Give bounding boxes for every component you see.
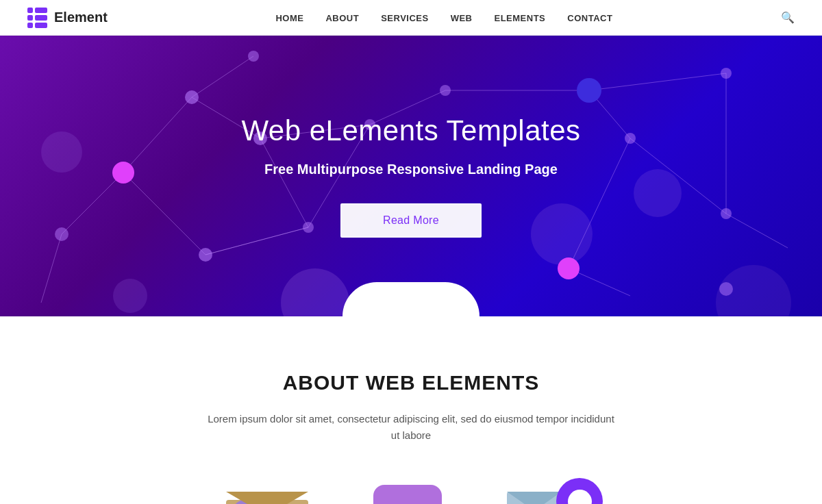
search-envelope-wrap [507, 478, 603, 504]
nav-web[interactable]: WEB [451, 13, 473, 23]
svg-point-38 [558, 257, 580, 279]
search-envelope-item [507, 478, 603, 504]
svg-point-27 [199, 248, 212, 262]
svg-point-20 [281, 268, 349, 316]
svg-point-37 [721, 208, 732, 219]
nav-links: HOME ABOUT SERVICES WEB ELEMENTS CONTACT [275, 12, 612, 24]
magnifier-circle-outer [556, 478, 603, 504]
hero-title: Web eLements Templates [241, 114, 580, 147]
svg-line-17 [569, 268, 630, 296]
hero-content: Web eLements Templates Free Multipurpose… [227, 114, 594, 238]
small-envelope-flap [507, 492, 562, 504]
nav-home[interactable]: HOME [275, 13, 303, 23]
chat-icon-wrap [370, 478, 452, 504]
svg-line-13 [630, 138, 726, 214]
svg-point-40 [248, 51, 259, 62]
svg-line-6 [192, 56, 253, 97]
svg-point-34 [577, 78, 601, 103]
svg-line-3 [41, 234, 62, 303]
svg-line-12 [589, 73, 726, 90]
svg-point-24 [41, 131, 82, 173]
read-more-button[interactable]: Read More [340, 203, 482, 238]
about-description: Lorem ipsum dolor sit amet, consectetur … [206, 411, 616, 444]
svg-line-4 [123, 97, 192, 173]
hero-section: Web eLements Templates Free Multipurpose… [0, 36, 822, 316]
svg-point-25 [113, 279, 147, 313]
svg-point-23 [634, 169, 682, 217]
svg-line-0 [123, 173, 206, 255]
envelope-flap [226, 492, 308, 504]
svg-point-33 [440, 85, 451, 96]
about-section: ABOUT WEB ELEMENTS Lorem ipsum dolor sit… [0, 316, 822, 504]
logo-icon [27, 8, 47, 28]
nav-about[interactable]: ABOUT [325, 13, 359, 23]
nav-services[interactable]: SERVICES [381, 13, 429, 23]
hero-bottom-panel [342, 282, 480, 316]
chat-bubble [373, 485, 442, 504]
chat-icon-item [370, 478, 452, 504]
mail-icon-item [219, 478, 315, 504]
mail-icon-wrap [219, 478, 315, 504]
svg-point-36 [721, 68, 732, 79]
svg-line-15 [726, 214, 788, 248]
nav-contact[interactable]: CONTACT [567, 13, 612, 23]
svg-point-22 [716, 265, 791, 316]
search-icon[interactable]: 🔍 [781, 11, 795, 24]
nav-elements[interactable]: ELEMENTS [495, 13, 546, 23]
svg-point-28 [55, 227, 68, 241]
navbar: Element HOME ABOUT SERVICES WEB ELEMENTS… [0, 0, 822, 36]
magnifier-circle-inner [568, 490, 592, 505]
svg-point-39 [719, 282, 733, 296]
svg-point-35 [625, 133, 636, 144]
logo-text: Element [54, 10, 108, 25]
svg-line-11 [589, 90, 630, 138]
logo[interactable]: Element [27, 8, 108, 28]
svg-point-29 [185, 90, 199, 104]
about-title: ABOUT WEB ELEMENTS [27, 371, 795, 394]
svg-point-26 [112, 162, 134, 184]
svg-line-1 [62, 173, 123, 234]
icons-row [27, 478, 795, 504]
hero-subtitle: Free Multipurpose Responsive Landing Pag… [241, 160, 580, 179]
